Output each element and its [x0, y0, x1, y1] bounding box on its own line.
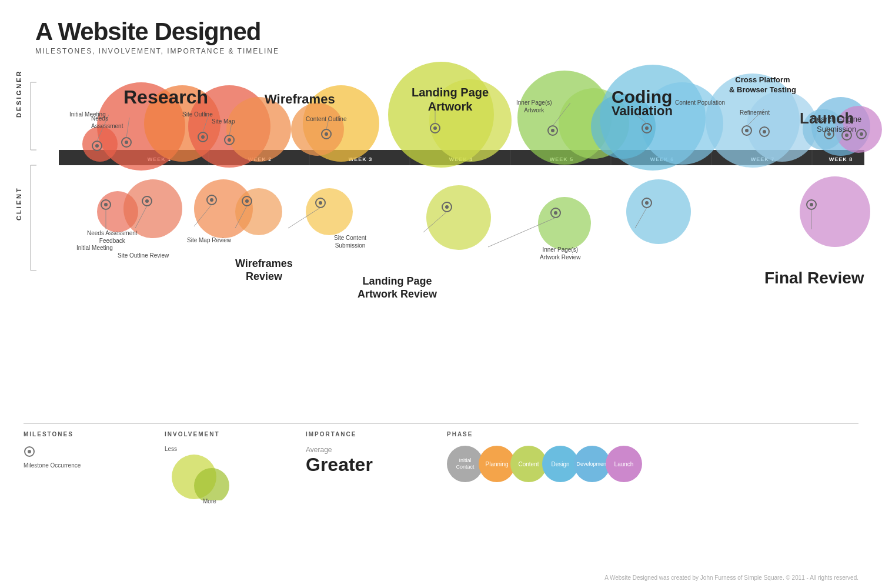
involvement-title: INVOLVEMENT [165, 431, 306, 437]
cross-platform-label: Cross Platform& Browser Testing [729, 75, 796, 95]
site-map-label: Site Map [212, 118, 235, 125]
phase-legend: PHASE InitialContact Planning Content De… [447, 423, 858, 505]
svg-point-48 [426, 185, 491, 250]
content-outline-label: Content Outline [306, 115, 347, 123]
phase-design: Design [542, 446, 579, 482]
svg-point-26 [82, 126, 118, 162]
inner-pages-artwork-label: Inner Page(s)Artwork [516, 99, 552, 114]
phase-launch: Launch [606, 446, 642, 482]
svg-point-30 [291, 103, 344, 156]
legend-area: MILESTONES Milestone Occurrence INVOLVEM… [24, 423, 858, 505]
svg-point-85 [245, 199, 249, 203]
svg-text:DESIGNER: DESIGNER [15, 70, 22, 118]
svg-point-61 [325, 132, 328, 136]
svg-point-79 [104, 203, 108, 206]
svg-point-53 [95, 144, 99, 148]
involvement-less: Less [165, 446, 306, 452]
milestones-legend: MILESTONES Milestone Occurrence [24, 423, 165, 505]
svg-point-47 [306, 188, 353, 235]
chart-svg: WEEK 1 WEEK 2 WEEK 3 WEEK 4 WEEK 5 WEEK … [0, 0, 882, 341]
importance-greater: Greater [306, 454, 447, 476]
site-map-review-label: Site Map Review [187, 236, 231, 244]
inner-pages-review-label: Inner Page(s)Artwork Review [540, 246, 580, 261]
importance-title: IMPORTANCE [306, 431, 447, 437]
svg-point-77 [763, 130, 766, 133]
content-population-label: Content Population [675, 99, 725, 106]
phase-circles: InitialContact Planning Content Design D… [447, 446, 858, 482]
site-outline-review-label: Site Outline Review [118, 252, 169, 259]
refinement-label: Refinement [740, 109, 770, 116]
site-content-submission-label: Site ContentSubmission [334, 234, 366, 249]
phase-content: Content [510, 446, 547, 482]
svg-point-49 [538, 197, 591, 250]
svg-point-81 [145, 199, 149, 203]
svg-point-51 [800, 176, 870, 247]
svg-point-65 [551, 129, 554, 132]
svg-point-46 [235, 188, 282, 235]
svg-point-95 [810, 203, 813, 206]
footer-text: A Website Designed was created by John F… [604, 574, 858, 581]
importance-legend: IMPORTANCE Average Greater [306, 423, 447, 505]
phase-development: Development [574, 446, 610, 482]
milestone-icon [24, 446, 35, 457]
svg-point-83 [210, 198, 213, 202]
milestone-occurrence-label: Milestone Occurrence [24, 462, 165, 469]
landing-page-review-label: Landing PageArtwork Review [358, 275, 437, 300]
initial-meeting-c-label: Initial Meeting [76, 244, 113, 252]
involvement-legend: INVOLVEMENT Less More [165, 423, 306, 505]
svg-point-93 [645, 201, 649, 205]
wireframes-label: Wireframes [265, 91, 335, 108]
svg-point-57 [201, 135, 205, 139]
site-outline-label: Site Outline [182, 111, 213, 118]
phase-planning: Planning [479, 446, 515, 482]
search-engine-label: Search EngineSubmission [811, 115, 861, 135]
needs-assessment-label: NeedsAssessment [91, 115, 123, 130]
final-review-label: Final Review [764, 268, 864, 289]
svg-point-50 [626, 179, 691, 244]
svg-point-67 [645, 126, 649, 130]
svg-point-59 [228, 138, 231, 142]
landing-page-artwork-label: Landing PageArtwork [412, 85, 489, 113]
svg-text:WEEK 8: WEEK 8 [829, 156, 853, 162]
validation-label: Validation [612, 103, 673, 120]
milestones-title: MILESTONES [24, 431, 165, 437]
phase-title: PHASE [447, 431, 858, 437]
svg-point-87 [319, 201, 322, 205]
svg-point-55 [125, 141, 128, 144]
svg-point-115 [28, 450, 31, 453]
svg-text:CLIENT: CLIENT [15, 186, 22, 220]
wireframes-review-label: WireframesReview [235, 258, 293, 283]
svg-point-69 [745, 129, 749, 132]
phase-initial-contact: InitialContact [447, 446, 483, 482]
svg-point-63 [433, 126, 437, 130]
involvement-venn [165, 453, 241, 500]
svg-point-89 [445, 205, 449, 209]
svg-point-91 [554, 211, 557, 215]
needs-assessment-feedback-label: Needs AssessmentFeedback [87, 229, 138, 245]
research-label: Research [123, 85, 208, 110]
importance-average: Average [306, 446, 447, 454]
